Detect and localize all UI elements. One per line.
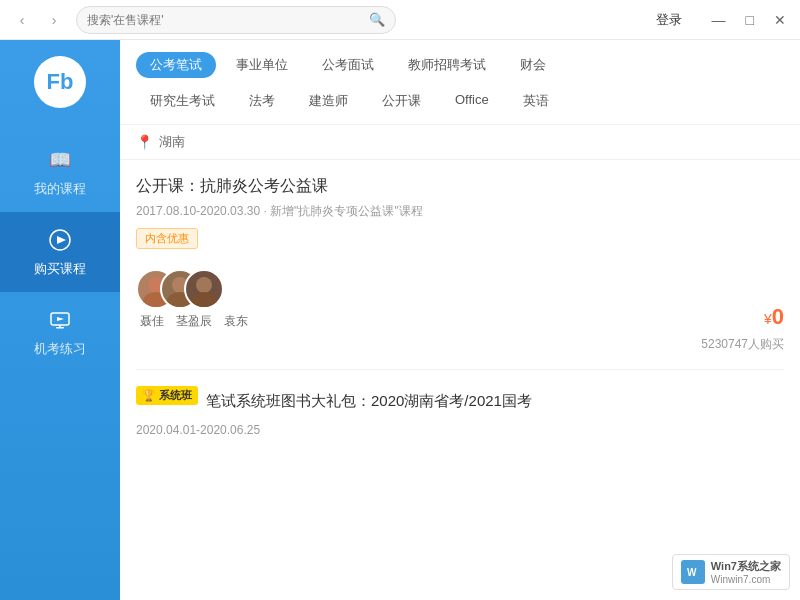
watermark: W Win7系统之家 Winwin7.com — [672, 554, 790, 590]
course-1-purchase-count: 5230747人购买 — [136, 336, 784, 353]
tab-finance[interactable]: 财会 — [506, 52, 560, 78]
system-tag-icon: 🏆 — [142, 389, 156, 402]
avatar-3 — [184, 269, 224, 309]
tab-construction[interactable]: 建造师 — [295, 88, 362, 114]
svg-marker-1 — [57, 236, 66, 244]
course-2-tag: 🏆 系统班 — [136, 386, 198, 405]
course-2-title-row: 🏆 系统班 笔试系统班图书大礼包：2020湖南省考/2021国考 — [136, 386, 784, 417]
tab-row-2: 研究生考试 法考 建造师 公开课 Office 英语 — [136, 88, 784, 114]
titlebar: ‹ › 🔍 登录 — □ ✕ — [0, 0, 800, 40]
teacher-2-name: 茎盈辰 — [176, 313, 212, 330]
minimize-button[interactable]: — — [708, 10, 730, 30]
course-1-title: 公开课：抗肺炎公考公益课 — [136, 176, 784, 197]
tab-office[interactable]: Office — [441, 88, 503, 114]
watermark-logo: W — [681, 560, 705, 584]
watermark-text: Win7系统之家 Winwin7.com — [711, 559, 781, 585]
price-symbol: ¥ — [764, 311, 772, 327]
svg-text:W: W — [687, 567, 697, 578]
sidebar-item-practice[interactable]: 机考练习 — [0, 292, 120, 372]
tab-law[interactable]: 法考 — [235, 88, 289, 114]
teacher-names: 聂佳 茎盈辰 袁东 — [140, 313, 248, 330]
teacher-avatars — [136, 269, 248, 309]
tab-open-course[interactable]: 公开课 — [368, 88, 435, 114]
svg-rect-3 — [56, 327, 64, 329]
main-layout: Fb 📖 我的课程 购买课程 — [0, 40, 800, 600]
content-area: 公考笔试 事业单位 公考面试 教师招聘考试 财会 研究生考试 法考 建造师 公开… — [120, 40, 800, 600]
svg-marker-5 — [57, 317, 64, 321]
search-icon[interactable]: 🔍 — [369, 12, 385, 27]
practice-icon — [46, 306, 74, 334]
svg-point-11 — [191, 292, 217, 307]
tab-row-1: 公考笔试 事业单位 公考面试 教师招聘考试 财会 — [136, 52, 784, 78]
sidebar-item-my-course[interactable]: 📖 我的课程 — [0, 132, 120, 212]
teachers-row: 聂佳 茎盈辰 袁东 ¥0 — [136, 269, 784, 330]
sidebar-item-buy-course-label: 购买课程 — [34, 260, 86, 278]
sidebar-item-my-course-label: 我的课程 — [34, 180, 86, 198]
window-controls: — □ ✕ — [708, 10, 790, 30]
login-button[interactable]: 登录 — [656, 11, 682, 29]
tab-career[interactable]: 事业单位 — [222, 52, 302, 78]
course-list: 公开课：抗肺炎公考公益课 2017.08.10-2020.03.30 · 新增"… — [120, 160, 800, 461]
close-button[interactable]: ✕ — [770, 10, 790, 30]
app-logo: Fb — [34, 56, 86, 108]
course-1-price-block: ¥0 — [764, 304, 784, 330]
forward-button[interactable]: › — [42, 8, 66, 32]
tab-postgrad[interactable]: 研究生考试 — [136, 88, 229, 114]
course-1-tag: 内含优惠 — [136, 228, 198, 249]
search-input[interactable] — [87, 13, 369, 27]
course-1-price: 0 — [772, 304, 784, 329]
teacher-1-name: 聂佳 — [140, 313, 164, 330]
tab-english[interactable]: 英语 — [509, 88, 563, 114]
course-2-title-text: 笔试系统班图书大礼包：2020湖南省考/2021国考 — [206, 392, 532, 411]
buy-course-icon — [46, 226, 74, 254]
course-card-1[interactable]: 公开课：抗肺炎公考公益课 2017.08.10-2020.03.30 · 新增"… — [136, 160, 784, 370]
svg-point-10 — [196, 277, 212, 293]
maximize-button[interactable]: □ — [742, 10, 758, 30]
course-1-date: 2017.08.10-2020.03.30 · 新增"抗肺炎专项公益课"课程 — [136, 203, 784, 220]
location-icon: 📍 — [136, 134, 153, 150]
sidebar: Fb 📖 我的课程 购买课程 — [0, 40, 120, 600]
location-bar[interactable]: 📍 湖南 — [120, 125, 800, 160]
tab-gk-bitest[interactable]: 公考笔试 — [136, 52, 216, 78]
course-2-date: 2020.04.01-2020.06.25 — [136, 423, 784, 437]
search-bar[interactable]: 🔍 — [76, 6, 396, 34]
category-tabs: 公考笔试 事业单位 公考面试 教师招聘考试 财会 研究生考试 法考 建造师 公开… — [120, 40, 800, 125]
tab-gk-interview[interactable]: 公考面试 — [308, 52, 388, 78]
location-text: 湖南 — [159, 133, 185, 151]
my-course-icon: 📖 — [46, 146, 74, 174]
nav-controls: ‹ › — [10, 8, 66, 32]
tab-teacher[interactable]: 教师招聘考试 — [394, 52, 500, 78]
sidebar-item-buy-course[interactable]: 购买课程 — [0, 212, 120, 292]
titlebar-right: 登录 — □ ✕ — [656, 10, 790, 30]
back-button[interactable]: ‹ — [10, 8, 34, 32]
course-card-2[interactable]: 🏆 系统班 笔试系统班图书大礼包：2020湖南省考/2021国考 2020.04… — [136, 370, 784, 461]
teacher-3-name: 袁东 — [224, 313, 248, 330]
sidebar-item-practice-label: 机考练习 — [34, 340, 86, 358]
